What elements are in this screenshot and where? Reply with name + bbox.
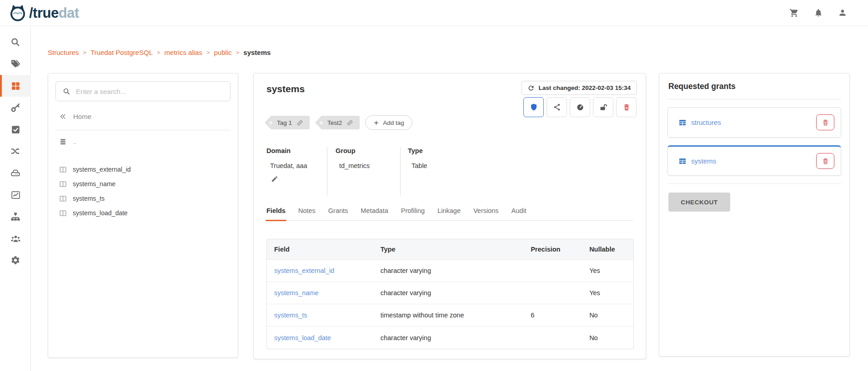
sidebar-item-user-groups[interactable]: [0, 228, 31, 249]
tab-notes[interactable]: Notes: [298, 207, 316, 220]
field-nullable-cell: Yes: [582, 282, 633, 304]
tab-versions[interactable]: Versions: [473, 207, 499, 220]
grant-label: structures: [691, 119, 721, 126]
columns-icon: [59, 195, 67, 203]
trash-outline-icon: [822, 157, 829, 165]
profiling-gauge-button[interactable]: [570, 97, 590, 117]
notifications-button[interactable]: [814, 8, 823, 17]
sidebar-item-systems[interactable]: [0, 162, 31, 184]
field-precision-cell: [523, 260, 582, 282]
tab-profiling[interactable]: Profiling: [401, 207, 425, 220]
add-tag-button[interactable]: Add tag: [365, 115, 412, 130]
protect-button[interactable]: [523, 97, 544, 117]
sidebar: [0, 26, 31, 371]
unlock-button[interactable]: [593, 97, 613, 117]
edit-domain-button[interactable]: [271, 175, 278, 183]
home-link[interactable]: Home: [59, 113, 91, 120]
tab-audit[interactable]: Audit: [512, 207, 527, 220]
gauge-icon: [576, 103, 584, 111]
share-button[interactable]: [547, 97, 567, 117]
bell-icon: [814, 8, 823, 17]
tab-linkage[interactable]: Linkage: [437, 207, 461, 220]
sitemap-icon: [10, 212, 20, 222]
breadcrumb-link-schema[interactable]: public: [214, 49, 232, 56]
table-header-row: Field Type Precision Nullable: [267, 239, 633, 260]
sidebar-item-search[interactable]: [0, 31, 31, 53]
field-label: systems_external_id: [73, 166, 131, 173]
type-value: Table: [411, 162, 634, 169]
grant-link-structures[interactable]: structures: [678, 119, 721, 127]
unlock-icon: [599, 103, 607, 112]
columns-icon: [59, 180, 67, 188]
checkout-button[interactable]: CHECKOUT: [668, 193, 730, 212]
link-icon: [296, 119, 303, 126]
sidebar-item-tags[interactable]: [0, 53, 31, 75]
grants-divider: [667, 183, 841, 184]
domain-label: Domain: [266, 147, 327, 154]
breadcrumb-current: systems: [243, 49, 271, 56]
sidebar-item-permissions[interactable]: [0, 97, 31, 119]
field-link[interactable]: systems_name: [274, 289, 319, 297]
link-icon: [346, 119, 353, 126]
field-precision-cell: [523, 282, 582, 304]
sidebar-item-lineage[interactable]: [0, 206, 31, 228]
tag-label: Test2: [327, 119, 342, 126]
sidebar-item-relations[interactable]: [0, 140, 31, 162]
table-row: systems_ts timestamp without time zone 6…: [267, 304, 633, 326]
trash-icon: [622, 103, 631, 111]
shield-icon: [530, 103, 538, 111]
topbar-actions: [789, 8, 847, 18]
list-item-field[interactable]: systems_load_date: [59, 206, 231, 220]
field-link[interactable]: systems_load_date: [274, 334, 331, 341]
last-changed-refresh-button[interactable]: Last changed: 2022-02-03 15:34: [522, 81, 637, 95]
column-header-precision: Precision: [523, 239, 582, 260]
field-label: systems_ts: [73, 195, 105, 202]
table-icon: [678, 119, 687, 127]
tag-chip[interactable]: Tag 1: [265, 116, 310, 129]
table-row: systems_name character varying Yes: [267, 282, 633, 304]
refresh-icon: [527, 84, 535, 92]
tab-grants[interactable]: Grants: [328, 207, 348, 220]
breadcrumb-link-structures[interactable]: Structures: [48, 49, 79, 56]
gear-icon: [10, 255, 20, 265]
sidebar-item-quality[interactable]: [0, 184, 31, 206]
search-box: [55, 81, 231, 101]
remove-grant-button[interactable]: [816, 114, 834, 130]
field-type-cell: character varying: [373, 282, 523, 304]
list-item-field[interactable]: systems_name: [59, 177, 231, 191]
cart-icon: [789, 8, 799, 18]
tags-icon: [10, 59, 20, 69]
sidebar-item-settings[interactable]: [0, 249, 31, 271]
shuffle-icon: [10, 146, 20, 156]
add-tag-label: Add tag: [383, 119, 404, 126]
sidebar-item-approvals[interactable]: [0, 119, 31, 140]
share-icon: [553, 103, 561, 111]
field-label: systems_name: [73, 180, 115, 188]
list-item-field[interactable]: systems_ts: [59, 191, 231, 206]
sidebar-item-catalog[interactable]: [0, 75, 31, 97]
search-input[interactable]: [76, 88, 230, 95]
breadcrumb-link-system[interactable]: Truedat PostgreSQL: [90, 49, 153, 56]
grant-link-systems[interactable]: systems: [678, 157, 716, 165]
grants-divider: [667, 99, 841, 99]
tab-fields[interactable]: Fields: [266, 207, 286, 220]
parent-folder-item[interactable]: ..: [59, 138, 231, 146]
last-changed-label: Last changed: 2022-02-03 15:34: [538, 84, 631, 91]
field-link[interactable]: systems_ts: [274, 312, 307, 319]
breadcrumb-link-database[interactable]: metrics alias: [165, 49, 202, 56]
field-link[interactable]: systems_external_id: [274, 267, 334, 274]
remove-grant-button[interactable]: [816, 153, 834, 169]
profile-button[interactable]: [838, 8, 847, 17]
cart-button[interactable]: [789, 8, 799, 18]
tag-chip[interactable]: Test2: [315, 116, 360, 129]
list-item-field[interactable]: systems_external_id: [59, 162, 231, 177]
type-label: Type: [408, 147, 634, 154]
tab-metadata[interactable]: Metadata: [361, 207, 388, 220]
meta-group: Group td_metrics: [327, 147, 400, 195]
delete-structure-button[interactable]: [616, 97, 637, 117]
domain-value: Truedat, aaa: [270, 162, 327, 169]
plus-icon: [373, 120, 379, 126]
parent-folder-label: ..: [73, 139, 76, 145]
columns-icon: [59, 166, 67, 173]
truedat-logo[interactable]: /truedat: [7, 3, 79, 23]
